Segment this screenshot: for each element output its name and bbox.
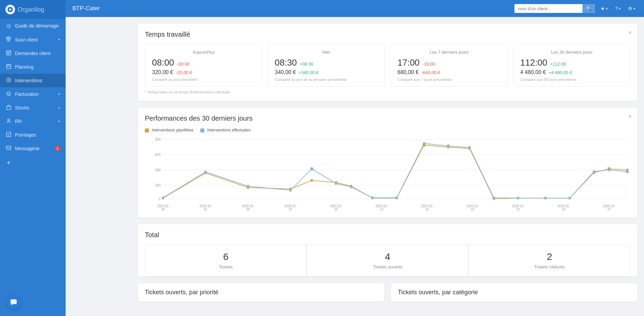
time-card-compare: Comparé aux 7 jours précédents (397, 77, 501, 82)
svg-rect-11 (9, 64, 10, 65)
time-card-compare: Comparé aux 30 jours précédents (520, 77, 623, 82)
header: BTP-Cater 🔍 ★ ▾ ? ▾ ⚙ ▾ (66, 0, 644, 17)
sidebar-item-label: Stocks (15, 105, 55, 110)
time-card-label: Les 30 derniers jours (520, 50, 623, 55)
time-card-delta: +112:00 (550, 62, 566, 67)
chevron-down-icon: ▾ (619, 7, 621, 11)
total-card-open: 4 Tickets ouverts (307, 244, 469, 277)
chevron-icon: ▾ (58, 119, 60, 124)
time-card-30days: Les 30 derniers jours 112:00 +112:00 4 4… (513, 44, 630, 87)
chart-dot (593, 170, 595, 173)
sidebar-item-label: Interventions (15, 78, 60, 83)
svg-rect-16 (6, 106, 11, 109)
messagerie-icon (5, 145, 12, 152)
chat-bubble[interactable] (7, 296, 20, 309)
svg-marker-53 (11, 304, 13, 305)
chevron-down-icon: ▾ (633, 7, 635, 11)
svg-rect-52 (11, 299, 17, 304)
page-title: BTP-Cater (72, 5, 514, 12)
chart-dot (310, 167, 313, 171)
svg-text:25: 25 (562, 208, 565, 212)
badge: 1 (55, 146, 60, 151)
sidebar-item-pointages[interactable]: Pointages (0, 128, 66, 142)
help-button[interactable]: ? ▾ (613, 4, 623, 13)
total-label: Tickets ouverts (314, 264, 461, 269)
temps-close-button[interactable]: × (628, 29, 632, 36)
time-cards: Aujourd'hui 08:00 -00:30 320,00 € -20,00… (145, 44, 630, 87)
stocks-icon (5, 105, 12, 111)
total-card-closed: 2 Tickets clôturés (469, 244, 630, 277)
bottom-sections: Tickets ouverts, par priorité Tickets ou… (138, 283, 637, 301)
settings-button[interactable]: ⚙ ▾ (626, 4, 637, 13)
chart-legend: Interventions planifiées Interventions e… (145, 128, 630, 133)
sidebar-item-stocks[interactable]: Stocks ▾ (0, 101, 66, 115)
demandes-icon (5, 50, 12, 56)
sidebar-item-guide[interactable]: ◎ Guide de démarrage (0, 19, 66, 33)
sidebar-item-add[interactable]: + (0, 155, 66, 171)
logo[interactable]: Organilog (0, 0, 66, 19)
sidebar-item-label: Planning (15, 64, 60, 70)
svg-rect-8 (7, 54, 9, 54)
star-icon: ★ (600, 6, 605, 11)
amount-delta: -20,00 € (176, 70, 192, 75)
svg-rect-3 (6, 39, 11, 40)
chart-dot (493, 196, 495, 199)
search-button[interactable]: 🔍 (582, 4, 595, 13)
legend-dot-done (200, 128, 204, 133)
suivi-icon (5, 36, 12, 43)
svg-text:10: 10 (334, 208, 338, 212)
svg-rect-9 (6, 65, 11, 69)
svg-text:16: 16 (425, 208, 429, 212)
time-card-amount: 4 480,00 € +4 480,00 € (520, 69, 623, 75)
chart-dot (289, 189, 292, 192)
total-label: Tickets (152, 264, 300, 269)
svg-text:01: 01 (204, 208, 207, 212)
legend-item-done: Interventions effectuées (200, 128, 251, 133)
svg-text:19: 19 (471, 208, 474, 212)
chart-dot (371, 196, 374, 199)
svg-rect-7 (7, 53, 10, 53)
time-card-amount: 680,00 € -640,00 € (397, 69, 501, 75)
chart-dot (350, 186, 352, 188)
sidebar-item-demandes[interactable]: Demandes client (0, 47, 66, 60)
total-num: 2 (476, 251, 623, 262)
amount-delta: +4 480,00 € (549, 70, 572, 75)
chart-dot (626, 170, 629, 173)
chart-dot (447, 144, 450, 148)
sidebar-item-rh[interactable]: RH ▾ (0, 115, 66, 128)
sidebar-item-suivi[interactable]: Suivi client ▾ (0, 33, 66, 47)
add-icon: + (5, 159, 12, 167)
sidebar-item-messagerie[interactable]: Messagerie 1 (0, 142, 66, 155)
time-card-delta: -16:00 (422, 62, 435, 67)
sidebar-item-planning[interactable]: Planning (0, 60, 66, 74)
total-label: Tickets clôturés (476, 264, 623, 269)
perf-close-button[interactable]: × (628, 113, 632, 120)
guide-icon: ◎ (5, 23, 12, 29)
interventions-icon (5, 77, 12, 84)
sidebar-item-interventions[interactable]: Interventions (0, 74, 66, 87)
svg-text:13: 13 (380, 208, 383, 212)
time-card-label: Hier (275, 50, 378, 55)
legend-label-planned: Interventions planifiées (152, 128, 193, 133)
legend-item-planned: Interventions planifiées (145, 128, 193, 133)
main-content: Temps travaillé × Aujourd'hui 08:00 -00:… (131, 17, 644, 316)
time-card-label: Aujourd'hui (152, 50, 255, 55)
chart-dot (247, 185, 249, 188)
search-area: 🔍 (514, 4, 595, 13)
pointages-icon (5, 132, 12, 138)
total-cards: 6 Tickets 4 Tickets ouverts 2 Tickets cl… (145, 244, 630, 277)
svg-text:07: 07 (289, 208, 292, 212)
chat-icon (10, 299, 17, 306)
facturation-icon: $ (5, 91, 12, 97)
chart-svg: 800 600 400 200 0 (145, 136, 630, 211)
search-input[interactable] (514, 4, 582, 13)
svg-text:04: 04 (246, 208, 250, 212)
logo-text: Organilog (18, 6, 44, 13)
sidebar-item-facturation[interactable]: $ Facturation ▾ (0, 87, 66, 101)
total-num: 4 (314, 251, 461, 262)
chart-dot (335, 182, 337, 185)
time-card-yesterday: Hier 08:30 +08:30 340,00 € +340,00 € Com… (268, 44, 385, 87)
favorites-button[interactable]: ★ ▾ (598, 4, 610, 13)
svg-rect-1 (6, 37, 11, 37)
sidebar-item-label: Guide de démarrage (15, 23, 60, 29)
